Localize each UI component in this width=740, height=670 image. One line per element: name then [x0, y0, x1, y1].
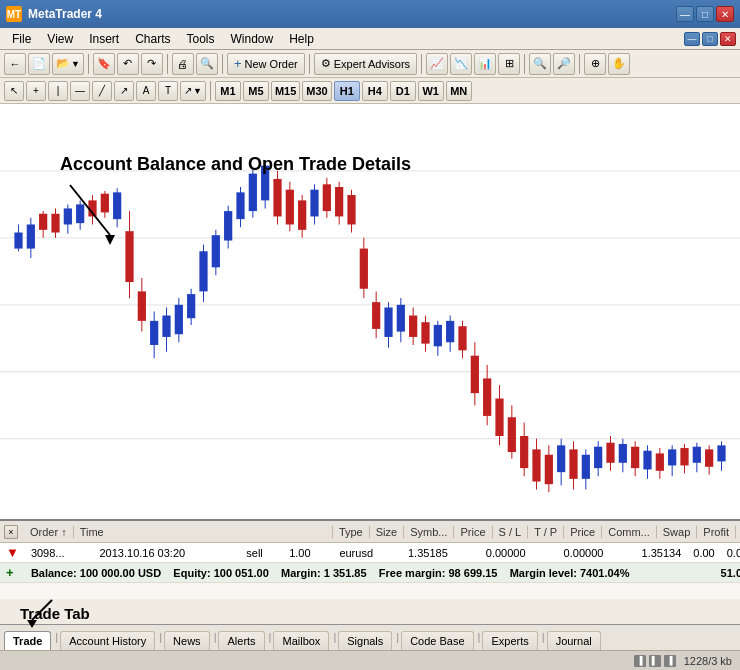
app-logo: MT [6, 6, 22, 22]
chart-down-button[interactable]: 📉 [450, 53, 472, 75]
tab-account-history[interactable]: Account History [60, 631, 155, 650]
svg-rect-61 [347, 195, 355, 224]
svg-rect-33 [175, 305, 183, 334]
terminal-panel: × Order ↑ Time Type Size Symb... Price S… [0, 519, 740, 599]
svg-rect-107 [631, 447, 639, 468]
separator7 [579, 54, 580, 74]
balance-profit: 51.00 [636, 563, 740, 583]
indicator-button[interactable]: 📊 [474, 53, 496, 75]
maximize-button[interactable]: □ [696, 6, 714, 22]
arrow-tool-button[interactable]: ← [4, 53, 26, 75]
tf-h1[interactable]: H1 [334, 81, 360, 101]
cursor-tool[interactable]: ↖ [4, 81, 24, 101]
menu-insert[interactable]: Insert [81, 30, 127, 48]
label-tool[interactable]: T [158, 81, 178, 101]
separator4 [309, 54, 310, 74]
separator6 [524, 54, 525, 74]
chart-up-button[interactable]: 📈 [426, 53, 448, 75]
move-button[interactable]: ✋ [608, 53, 630, 75]
new-order-button[interactable]: + New Order [227, 53, 305, 75]
free-margin-value: Free margin: 98 699.15 [379, 567, 498, 579]
menu-restore-button[interactable]: □ [702, 32, 718, 46]
tf-m30[interactable]: M30 [302, 81, 331, 101]
tf-h4[interactable]: H4 [362, 81, 388, 101]
tab-code-base[interactable]: Code Base [401, 631, 473, 650]
minimize-button[interactable]: — [676, 6, 694, 22]
col-size: Size [370, 526, 404, 538]
zoom-in-button[interactable]: 🔍 [529, 53, 551, 75]
open-button[interactable]: 📂▼ [52, 53, 84, 75]
line-tool[interactable]: | [48, 81, 68, 101]
zoom-out-button[interactable]: 🔎 [553, 53, 575, 75]
terminal-header: × Order ↑ Time Type Size Symb... Price S… [0, 521, 740, 543]
svg-rect-103 [606, 443, 614, 463]
row-icon: ▼ [0, 543, 25, 563]
menu-file[interactable]: File [4, 30, 39, 48]
profiles-button[interactable]: 🔖 [93, 53, 115, 75]
tf-m5[interactable]: M5 [243, 81, 269, 101]
tab-journal[interactable]: Journal [547, 631, 601, 650]
tf-d1[interactable]: D1 [390, 81, 416, 101]
bottom-area: Trade Tab Trade | Account History | News… [0, 599, 740, 650]
arrow-tool[interactable]: ↗▼ [180, 81, 206, 101]
menu-help[interactable]: Help [281, 30, 322, 48]
menu-view[interactable]: View [39, 30, 81, 48]
tab-signals[interactable]: Signals [338, 631, 392, 650]
tf-m15[interactable]: M15 [271, 81, 300, 101]
chart-area[interactable]: Account Balance and Open Trade Details [0, 104, 740, 519]
row-sl: 0.00000 [480, 543, 558, 563]
title-bar: MT MetaTrader 4 — □ ✕ [0, 0, 740, 28]
tab-trade[interactable]: Trade [4, 631, 51, 650]
menu-close-button[interactable]: ✕ [720, 32, 736, 46]
tab-mailbox[interactable]: Mailbox [273, 631, 329, 650]
svg-rect-97 [569, 449, 577, 478]
tf-m1[interactable]: M1 [215, 81, 241, 101]
svg-rect-35 [187, 294, 195, 318]
tab-experts[interactable]: Experts [482, 631, 537, 650]
balance-icon-sym: + [6, 565, 14, 580]
print-button[interactable]: 🖨 [172, 53, 194, 75]
col-sl: S / L [493, 526, 529, 538]
trade-tab-arrow [12, 598, 62, 628]
period-sep-button[interactable]: ⊞ [498, 53, 520, 75]
tab-alerts[interactable]: Alerts [218, 631, 264, 650]
menu-minimize-button[interactable]: — [684, 32, 700, 46]
tf-w1[interactable]: W1 [418, 81, 444, 101]
balance-icon: + [0, 563, 25, 583]
menu-charts[interactable]: Charts [127, 30, 178, 48]
close-button[interactable]: ✕ [716, 6, 734, 22]
svg-rect-65 [372, 302, 380, 329]
terminal-close-button[interactable]: × [4, 525, 18, 539]
separator [88, 54, 89, 74]
crosshair-tool[interactable]: + [26, 81, 46, 101]
status-size: 1228/3 kb [684, 655, 732, 667]
svg-rect-71 [409, 316, 417, 337]
tabs-row: Trade | Account History | News | Alerts … [0, 624, 740, 650]
margin-level-value: Margin level: 7401.04% [510, 567, 630, 579]
pen-tool[interactable]: ↗ [114, 81, 134, 101]
title-bar-left: MT MetaTrader 4 [6, 6, 102, 22]
menu-window[interactable]: Window [223, 30, 282, 48]
undo-button[interactable]: ↶ [117, 53, 139, 75]
svg-rect-111 [656, 453, 664, 470]
redo-button[interactable]: ↷ [141, 53, 163, 75]
svg-rect-37 [199, 251, 207, 291]
col-symbol: Symb... [404, 526, 454, 538]
tf-mn[interactable]: MN [446, 81, 472, 101]
main-layout: MT MetaTrader 4 — □ ✕ File View Insert C… [0, 0, 740, 670]
svg-rect-21 [101, 194, 109, 213]
trendline-tool[interactable]: ╱ [92, 81, 112, 101]
svg-rect-89 [520, 436, 528, 468]
menu-tools[interactable]: Tools [179, 30, 223, 48]
tab-sep4: | [267, 631, 274, 643]
text-tool[interactable]: A [136, 81, 156, 101]
expert-advisors-button[interactable]: ⚙ Expert Advisors [314, 53, 417, 75]
crosshair-button[interactable]: ⊕ [584, 53, 606, 75]
tab-sep7: | [476, 631, 483, 643]
tab-news[interactable]: News [164, 631, 210, 650]
new-chart-button[interactable]: 📄 [28, 53, 50, 75]
col-profit: Profit [697, 526, 736, 538]
hline-tool[interactable]: ― [70, 81, 90, 101]
svg-rect-51 [286, 190, 294, 225]
print-preview-button[interactable]: 🔍 [196, 53, 218, 75]
